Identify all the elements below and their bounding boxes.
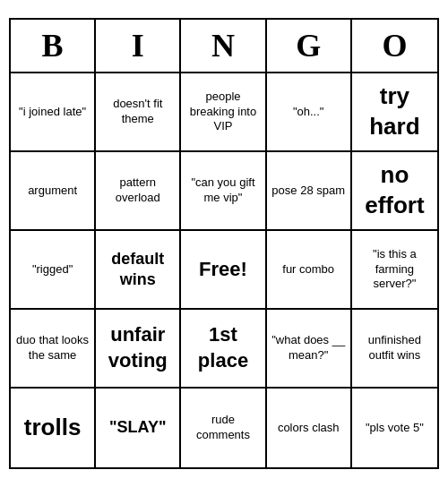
bingo-cell-21: "SLAY" [96,389,181,467]
bingo-cell-20: trolls [11,389,96,467]
header-letter-b: B [11,20,96,72]
bingo-cell-2: people breaking into VIP [181,73,266,152]
bingo-cell-19: unfinished outfit wins [352,310,437,389]
header-letter-g: G [267,20,352,72]
bingo-cell-4: try hard [352,73,437,152]
bingo-cell-11: default wins [96,231,181,310]
bingo-cell-3: "oh..." [267,73,352,152]
header-letter-i: I [96,20,181,72]
header-letter-o: O [352,20,437,72]
bingo-cell-7: "can you gift me vip" [181,152,266,231]
bingo-cell-9: no effort [352,152,437,231]
bingo-cell-24: "pls vote 5" [352,389,437,467]
bingo-cell-1: doesn't fit theme [96,73,181,152]
bingo-cell-23: colors clash [267,389,352,467]
bingo-cell-15: duo that looks the same [11,310,96,389]
bingo-cell-18: "what does __ mean?" [267,310,352,389]
bingo-cell-10: "rigged" [11,231,96,310]
bingo-cell-6: pattern overload [96,152,181,231]
bingo-cell-22: rude comments [181,389,266,467]
bingo-cell-12: Free! [181,231,266,310]
bingo-header: BINGO [11,20,437,73]
bingo-cell-8: pose 28 spam [267,152,352,231]
bingo-cell-0: "i joined late" [11,73,96,152]
bingo-cell-16: unfair voting [96,310,181,389]
bingo-cell-5: argument [11,152,96,231]
header-letter-n: N [181,20,266,72]
bingo-cell-14: "is this a farming server?" [352,231,437,310]
bingo-cell-13: fur combo [267,231,352,310]
bingo-cell-17: 1st place [181,310,266,389]
bingo-grid: "i joined late"doesn't fit themepeople b… [11,73,437,467]
bingo-card: BINGO "i joined late"doesn't fit themepe… [9,18,439,469]
